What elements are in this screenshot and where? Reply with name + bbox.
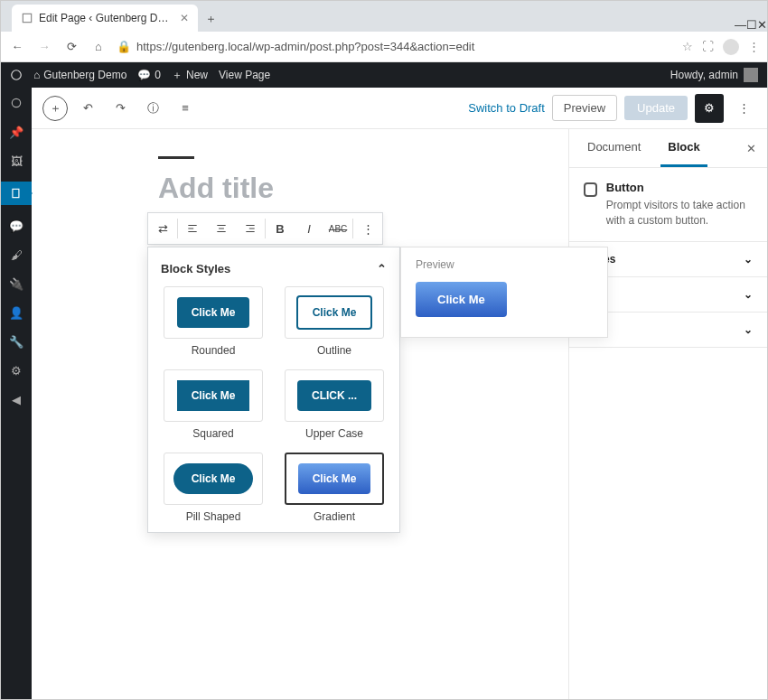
pages-icon[interactable] (1, 182, 32, 205)
nav-reload-icon[interactable]: ⟳ (62, 40, 80, 53)
star-icon[interactable]: ☆ (682, 40, 693, 53)
tab-title: Edit Page ‹ Gutenberg Demo — W (39, 12, 174, 24)
tab-block[interactable]: Block (660, 129, 707, 167)
style-option-outline[interactable]: Click Me Outline (282, 286, 387, 357)
chevron-down-icon: ⌄ (744, 253, 753, 266)
view-page-link[interactable]: View Page (219, 69, 270, 81)
block-more-icon[interactable]: ⋮ (353, 214, 382, 243)
update-button[interactable]: Update (624, 96, 688, 120)
window-close-icon[interactable]: ✕ (757, 18, 767, 32)
home-icon: ⌂ (33, 69, 40, 81)
avatar-icon[interactable] (744, 68, 758, 82)
address-bar: ← → ⟳ ⌂ 🔒 https://gutenberg.local/wp-adm… (1, 32, 767, 62)
post-title-placeholder[interactable]: Add title (158, 172, 568, 205)
howdy-text[interactable]: Howdy, admin (670, 69, 738, 81)
preview-title: Preview (416, 258, 593, 271)
block-info-panel: Button Prompt visitors to take action wi… (569, 168, 767, 242)
nav-forward-icon[interactable]: → (35, 40, 53, 53)
outline-button[interactable]: ≡ (173, 96, 198, 121)
close-tab-icon[interactable]: ✕ (180, 12, 189, 24)
comments-link[interactable]: 💬 0 (137, 69, 161, 81)
new-link[interactable]: ＋ New (172, 68, 208, 83)
svg-rect-3 (13, 189, 19, 197)
site-name-label: Gutenberg Demo (43, 69, 126, 81)
editor-canvas[interactable]: Add title ⇄ B I ABC ⋮ (32, 129, 568, 699)
favicon-icon (21, 12, 33, 24)
new-label: New (186, 69, 208, 81)
comments-icon[interactable]: 💬 (8, 218, 24, 234)
preview-button[interactable]: Preview (552, 95, 617, 121)
bold-icon[interactable]: B (266, 214, 295, 243)
block-styles-panel: Block Styles ⌃ Click Me Rounded Click Me… (147, 247, 400, 533)
tab-document[interactable]: Document (580, 129, 648, 167)
site-name-link[interactable]: ⌂ Gutenberg Demo (33, 69, 126, 81)
comment-icon: 💬 (137, 69, 151, 81)
add-block-button[interactable]: ＋ (42, 96, 68, 121)
style-option-uppercase[interactable]: CLICK ... Upper Case (282, 369, 387, 440)
users-icon[interactable]: 👤 (8, 304, 24, 321)
nav-home-icon[interactable]: ⌂ (89, 40, 108, 53)
strikethrough-icon[interactable]: ABC (323, 214, 352, 243)
nav-back-icon[interactable]: ← (8, 40, 26, 53)
editor-toolbar: ＋ ↶ ↷ ⓘ ≡ Switch to Draft Preview Update… (32, 88, 767, 129)
info-button[interactable]: ⓘ (140, 96, 165, 121)
settings-gear-button[interactable]: ⚙ (695, 94, 724, 123)
block-description: Prompt visitors to take action with a cu… (606, 198, 753, 229)
new-tab-button[interactable]: ＋ (198, 6, 223, 32)
url-text: https://gutenberg.local/wp-admin/post.ph… (136, 40, 474, 53)
collapse-menu-icon[interactable]: ◀ (8, 391, 24, 407)
menu-icon[interactable]: ⋮ (748, 40, 760, 53)
plugins-icon[interactable]: 🔌 (8, 275, 24, 292)
settings-sidebar: Document Block ✕ Button Prompt visitors … (568, 129, 767, 699)
title-accent (158, 156, 194, 159)
tools-icon[interactable]: 🔧 (8, 333, 24, 350)
block-styles-heading: Block Styles (161, 262, 230, 275)
wp-admin-bar: ⌂ Gutenberg Demo 💬 0 ＋ New View Page How… (1, 62, 767, 88)
url-box[interactable]: 🔒 https://gutenberg.local/wp-admin/post.… (117, 40, 673, 53)
chevron-down-icon: ⌄ (744, 323, 753, 336)
profile-icon[interactable] (723, 39, 739, 55)
redo-button[interactable]: ↷ (108, 96, 133, 121)
style-option-squared[interactable]: Click Me Squared (161, 369, 266, 440)
lock-icon: 🔒 (117, 40, 131, 53)
media-icon[interactable]: 🖼 (8, 153, 24, 169)
undo-button[interactable]: ↶ (75, 96, 100, 121)
svg-point-1 (12, 70, 22, 80)
appearance-icon[interactable]: 🖌 (8, 247, 24, 263)
italic-icon[interactable]: I (295, 214, 323, 243)
settings-icon[interactable]: ⚙ (8, 362, 24, 378)
extension-icon[interactable]: ⛶ (702, 40, 714, 53)
wp-admin-menu: 📌 🖼 💬 🖌 🔌 👤 🔧 ⚙ ◀ (1, 88, 32, 699)
switch-to-draft-link[interactable]: Switch to Draft (468, 101, 545, 115)
plus-icon: ＋ (172, 68, 183, 83)
chevron-up-icon[interactable]: ⌃ (377, 262, 387, 275)
sidebar-close-icon[interactable]: ✕ (746, 142, 756, 155)
align-center-icon[interactable] (207, 214, 236, 243)
align-right-icon[interactable] (236, 214, 265, 243)
style-option-rounded[interactable]: Click Me Rounded (161, 286, 266, 357)
window-minimize-icon[interactable]: — (735, 18, 746, 32)
chevron-down-icon: ⌄ (744, 288, 753, 301)
transform-block-icon[interactable]: ⇄ (148, 214, 177, 243)
posts-icon[interactable]: 📌 (8, 124, 24, 140)
svg-rect-0 (23, 14, 31, 22)
browser-tab[interactable]: Edit Page ‹ Gutenberg Demo — W ✕ (12, 5, 198, 32)
browser-tab-strip: Edit Page ‹ Gutenberg Demo — W ✕ ＋ — ☐ ✕ (1, 1, 767, 32)
block-name: Button (606, 181, 753, 194)
button-block-icon (584, 182, 597, 197)
wp-logo-icon[interactable] (10, 69, 23, 81)
svg-point-2 (12, 98, 20, 107)
preview-button-sample: Click Me (416, 282, 507, 317)
block-toolbar: ⇄ B I ABC ⋮ (147, 212, 383, 245)
dashboard-icon[interactable] (8, 95, 24, 111)
window-maximize-icon[interactable]: ☐ (746, 18, 757, 32)
style-option-gradient[interactable]: Click Me Gradient (282, 453, 387, 523)
style-preview-popover: Preview Click Me (400, 247, 608, 338)
comments-count: 0 (155, 69, 161, 81)
style-option-pill[interactable]: Click Me Pill Shaped (161, 453, 266, 523)
align-left-icon[interactable] (178, 214, 207, 243)
more-options-button[interactable]: ⋮ (731, 96, 756, 121)
